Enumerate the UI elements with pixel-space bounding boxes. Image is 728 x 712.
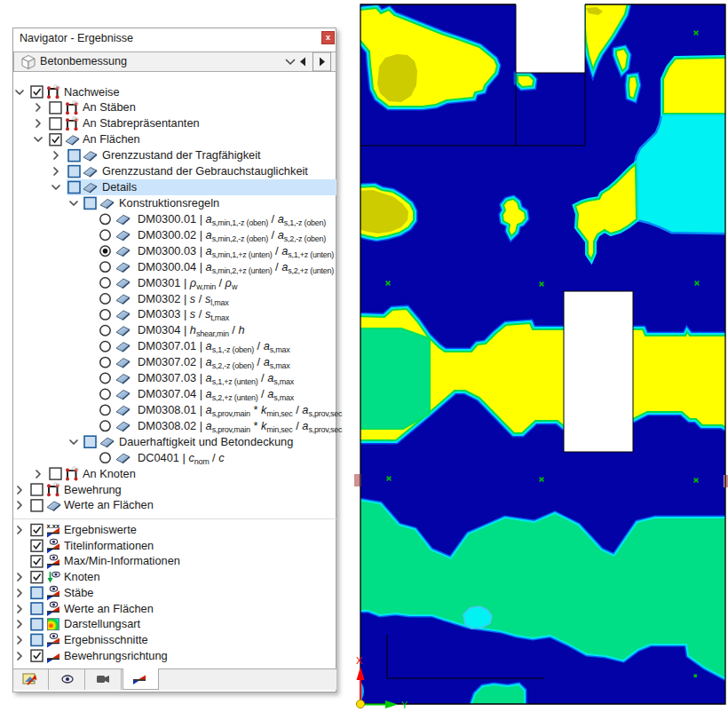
svg-text:x.xx: x.xx [47,522,60,530]
